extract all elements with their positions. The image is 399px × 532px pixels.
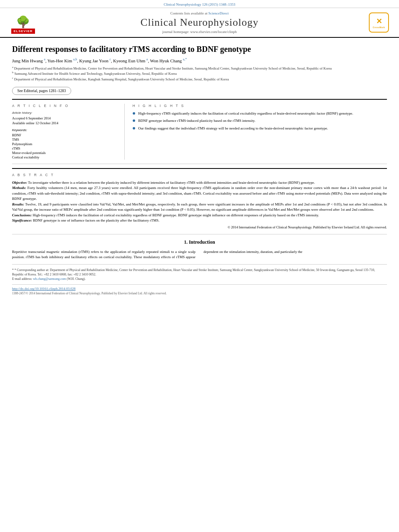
corresponding-author: * * Corresponding author at: Department … — [12, 268, 387, 281]
objective-label: Objective: — [12, 181, 27, 185]
bullet-icon-2 — [133, 119, 135, 122]
significance-label: Significance: — [12, 218, 32, 222]
methods-text: Forty healthy volunteers (14 men, mean a… — [12, 186, 387, 201]
crossmark-icon: ✕ CrossMark — [369, 12, 389, 33]
accepted-date: Accepted 6 September 2014 — [12, 116, 118, 120]
keyword-cortical: Cortical excitability — [12, 155, 118, 159]
highlights-col: H I G H L I G H T S High-frequency rTMS … — [125, 104, 387, 160]
corresponding-label: * Corresponding author at: — [14, 268, 49, 272]
article-info-col: A R T I C L E I N F O Article history: A… — [12, 104, 125, 160]
affiliation-b: b Samsung Advanced Institute for Health … — [12, 71, 387, 76]
keyword-tms: TMS — [12, 138, 118, 142]
bullet-icon-1 — [133, 112, 135, 115]
keyword-bdnf: BDNF — [12, 133, 118, 137]
abstract-text: Objective: To investigate whether there … — [12, 180, 387, 224]
see-editorial-button[interactable]: See Editorial, pages 1281–1283 — [12, 87, 71, 95]
results-text: Twelve, 19, and 9 participants were clas… — [12, 202, 387, 212]
elsevier-logo: 🌳 ELSEVIER — [8, 12, 38, 34]
corresponding-text: Department of Physical and Rehabilitatio… — [12, 268, 375, 276]
introduction-heading: 1. Introduction — [12, 239, 387, 245]
conclusions-label: Conclusions: — [12, 213, 32, 217]
affiliation-a: a Department of Physical and Rehabilitat… — [12, 66, 387, 71]
science-direct-link[interactable]: ScienceDirect — [208, 11, 228, 15]
page-container: Clinical Neurophysiology 126 (2015) 1348… — [0, 0, 399, 303]
elsevier-tree-icon: 🌳 — [16, 16, 30, 28]
journal-citation: Clinical Neurophysiology 126 (2015) 1348… — [164, 2, 235, 6]
keyword-mep: Motor-evoked potentials — [12, 151, 118, 155]
journal-header-center: Contents lists available at ScienceDirec… — [38, 11, 361, 34]
highlight-item-3: Our findings suggest that the individual… — [133, 126, 387, 131]
footnote-section: * * Corresponding author at: Department … — [12, 264, 387, 281]
section-divider — [12, 234, 387, 234]
abstract-label: A B S T R A C T — [12, 173, 387, 177]
issn-copyright: 1388-2457/© 2014 International Federatio… — [12, 292, 387, 295]
objective-text: To investigate whether there is a relati… — [28, 181, 315, 185]
journal-top-bar: Clinical Neurophysiology 126 (2015) 1348… — [0, 0, 399, 8]
results-label: Results: — [12, 202, 24, 206]
email-link[interactable]: wh.chang@samsung.com — [33, 277, 66, 281]
highlights-label: H I G H L I G H T S — [133, 104, 387, 108]
elsevier-header: 🌳 ELSEVIER Contents lists available at S… — [0, 8, 399, 38]
email-person: (W.H. Chang). — [67, 277, 86, 281]
affiliations: a Department of Physical and Rehabilitat… — [12, 66, 387, 82]
article-title: Different responses to facilitatory rTMS… — [12, 44, 387, 54]
journal-homepage: journal homepage: www.elsevier.com/locat… — [38, 30, 361, 34]
significance-text: BDNF genotype is one of influence factor… — [33, 218, 159, 222]
copyright-text: © 2014 International Federation of Clini… — [12, 225, 387, 229]
history-label: Article history: — [12, 111, 118, 115]
highlight-item-1: High-frequency rTMS significantly induce… — [133, 111, 387, 116]
footer-bottom: http://dx.doi.org/10.1016/j.clinph.2014.… — [12, 284, 387, 295]
keyword-rtms: rTMS — [12, 146, 118, 150]
introduction-text: Repetitive transcranial magnetic stimula… — [12, 249, 387, 260]
journal-title: Clinical Neurophysiology — [38, 16, 361, 29]
article-info-label: A R T I C L E I N F O — [12, 104, 118, 108]
contents-list: Contents lists available at ScienceDirec… — [38, 11, 361, 15]
article-content: Different responses to facilitatory rTMS… — [0, 38, 399, 303]
methods-label: Methods: — [12, 186, 26, 190]
introduction-section: 1. Introduction Repetitive transcranial … — [12, 239, 387, 260]
elsevier-brand: ELSEVIER — [11, 29, 35, 34]
article-info-highlights: A R T I C L E I N F O Article history: A… — [12, 99, 387, 164]
keywords-label: Keywords: — [12, 128, 118, 132]
doi-link[interactable]: http://dx.doi.org/10.1016/j.clinph.2014.… — [12, 287, 387, 291]
bullet-icon-3 — [133, 127, 135, 129]
affiliation-c: c Department of Physical and Rehabilitat… — [12, 76, 387, 82]
email-label: E-mail address: — [12, 277, 32, 281]
highlight-item-2: BDNF genotype influence rTMS-induced pla… — [133, 118, 387, 123]
conclusions-text: High-frequency rTMS induces the facilita… — [33, 213, 319, 217]
crossmark-logo: ✕ CrossMark — [367, 12, 391, 33]
authors: Jung Min Hwang a, Yun-Hee Kim a,b, Kyung… — [12, 58, 387, 63]
available-date: Available online 12 October 2014 — [12, 121, 118, 125]
keyword-polymorphism: Polymorphism — [12, 142, 118, 146]
abstract-section: A B S T R A C T Objective: To investigat… — [12, 168, 387, 229]
